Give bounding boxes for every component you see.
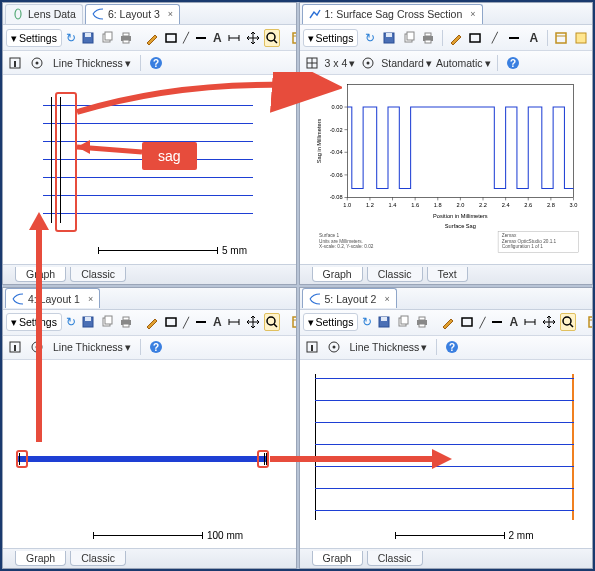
target-icon[interactable] <box>325 338 343 356</box>
help-icon[interactable]: ? <box>443 338 461 356</box>
brush-icon[interactable] <box>144 29 160 47</box>
line-thickness-dropdown[interactable]: Line Thickness ▾ <box>50 57 134 69</box>
dimension-icon[interactable] <box>522 313 538 331</box>
tab-layout-2[interactable]: 5: Layout 2 × <box>302 288 397 308</box>
rect-icon[interactable] <box>459 313 475 331</box>
help-icon[interactable]: ? <box>147 54 165 72</box>
grid-icon[interactable] <box>303 54 321 72</box>
text-tool-icon[interactable]: A <box>525 29 542 47</box>
tab-classic[interactable]: Classic <box>70 267 126 282</box>
line-icon[interactable] <box>506 29 523 47</box>
brush-icon[interactable] <box>440 313 456 331</box>
ray-line <box>315 510 575 511</box>
line-style-icon[interactable]: ╱ <box>478 313 486 331</box>
lock-layout-icon[interactable] <box>6 338 24 356</box>
tab-graph[interactable]: Graph <box>312 551 363 566</box>
line-icon[interactable] <box>193 313 209 331</box>
zoom-icon[interactable] <box>264 313 280 331</box>
tab-classic[interactable]: Classic <box>70 551 126 566</box>
save-icon[interactable] <box>80 313 96 331</box>
zoom-icon[interactable] <box>560 313 576 331</box>
text-tool-icon[interactable]: A <box>508 313 519 331</box>
move-icon[interactable] <box>245 313 261 331</box>
tab-surface-sag[interactable]: 1: Surface Sag Cross Section × <box>302 4 483 24</box>
target-icon[interactable] <box>28 338 46 356</box>
refresh-icon[interactable]: ↻ <box>65 313 77 331</box>
close-icon[interactable]: × <box>384 294 389 304</box>
canvas-layout-2[interactable]: 2 mm <box>300 360 593 549</box>
copy-icon[interactable] <box>400 29 417 47</box>
dimension-icon[interactable] <box>226 29 242 47</box>
dimension-icon[interactable] <box>226 313 242 331</box>
tab-classic[interactable]: Classic <box>367 551 423 566</box>
help-icon[interactable]: ? <box>147 338 165 356</box>
refresh-icon[interactable]: ↻ <box>361 313 373 331</box>
tab-classic[interactable]: Classic <box>367 267 423 282</box>
settings-dropdown[interactable]: ▾ Settings <box>303 313 359 331</box>
rect-icon[interactable] <box>467 29 484 47</box>
layout-icon <box>12 293 24 305</box>
close-icon[interactable]: × <box>88 294 93 304</box>
save-icon[interactable] <box>80 29 96 47</box>
help-icon[interactable]: ? <box>504 54 522 72</box>
window-icon[interactable] <box>290 313 296 331</box>
settings-dropdown[interactable]: ▾ Settings <box>6 313 62 331</box>
settings-dropdown[interactable]: ▾ Settings <box>6 29 62 47</box>
lock-layout-icon[interactable] <box>303 338 321 356</box>
brush-icon[interactable] <box>144 313 160 331</box>
tab-layout-1[interactable]: 4: Layout 1 × <box>5 288 100 308</box>
line-style-icon[interactable]: ╱ <box>182 313 190 331</box>
svg-text:Surface 1: Surface 1 <box>319 233 340 238</box>
text-tool-icon[interactable]: A <box>212 313 223 331</box>
mode-dropdown[interactable]: Standard ▾ <box>381 57 432 69</box>
svg-rect-30 <box>425 40 431 43</box>
tab-layout-3[interactable]: 6: Layout 3 × <box>85 4 180 24</box>
copy-icon[interactable] <box>99 29 115 47</box>
print-icon[interactable] <box>414 313 430 331</box>
close-icon[interactable]: × <box>168 9 173 19</box>
tab-graph[interactable]: Graph <box>15 551 66 566</box>
print-icon[interactable] <box>420 29 437 47</box>
copy-icon[interactable] <box>99 313 115 331</box>
expand-icon[interactable] <box>572 29 589 47</box>
window-icon[interactable] <box>586 313 592 331</box>
tab-graph[interactable]: Graph <box>15 267 66 282</box>
zoom-icon[interactable] <box>264 29 280 47</box>
line-icon[interactable] <box>489 313 505 331</box>
move-icon[interactable] <box>245 29 261 47</box>
print-icon[interactable] <box>118 29 134 47</box>
print-icon[interactable] <box>118 313 134 331</box>
target-icon[interactable] <box>359 54 377 72</box>
refresh-icon[interactable]: ↻ <box>65 29 77 47</box>
tab-graph[interactable]: Graph <box>312 267 363 282</box>
line-thickness-dropdown[interactable]: Line Thickness ▾ <box>50 341 134 353</box>
svg-rect-43 <box>347 84 573 197</box>
canvas-sag-chart[interactable]: 1.01.21.41.61.82.02.22.42.62.83.00.00-0.… <box>300 75 593 264</box>
target-icon[interactable] <box>28 54 46 72</box>
tab-text[interactable]: Text <box>427 267 468 282</box>
canvas-layout-1[interactable]: 100 mm <box>3 360 296 549</box>
line-icon[interactable] <box>193 29 209 47</box>
line-thickness-dropdown[interactable]: Line Thickness ▾ <box>347 341 431 353</box>
save-icon[interactable] <box>381 29 398 47</box>
line-style-icon[interactable]: ╱ <box>486 29 503 47</box>
copy-icon[interactable] <box>395 313 411 331</box>
window-icon[interactable] <box>290 29 296 47</box>
window-icon[interactable] <box>553 29 570 47</box>
grid-size-dropdown[interactable]: 3 x 4 ▾ <box>325 57 356 69</box>
tab-lens-data[interactable]: Lens Data <box>5 4 83 24</box>
save-icon[interactable] <box>376 313 392 331</box>
rect-icon[interactable] <box>163 29 179 47</box>
move-icon[interactable] <box>541 313 557 331</box>
close-icon[interactable]: × <box>470 9 475 19</box>
line-style-icon[interactable]: ╱ <box>182 29 190 47</box>
text-tool-icon[interactable]: A <box>212 29 223 47</box>
brush-icon[interactable] <box>447 29 464 47</box>
lock-layout-icon[interactable] <box>6 54 24 72</box>
separator <box>547 30 548 46</box>
settings-dropdown[interactable]: ▾ Settings <box>303 29 359 47</box>
svg-text:2.6: 2.6 <box>524 202 532 208</box>
auto-dropdown[interactable]: Automatic ▾ <box>436 57 491 69</box>
refresh-icon[interactable]: ↻ <box>361 29 378 47</box>
rect-icon[interactable] <box>163 313 179 331</box>
